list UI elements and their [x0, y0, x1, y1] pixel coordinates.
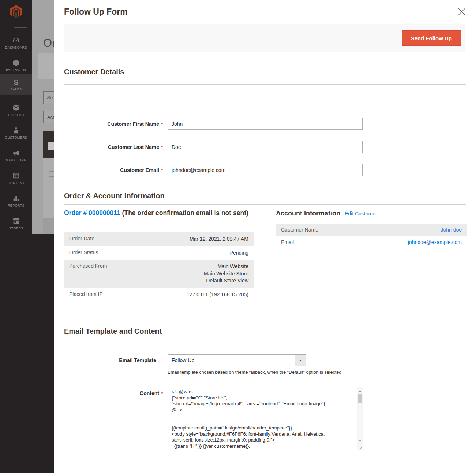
background-grid-rows: [43, 158, 54, 218]
send-follow-up-button[interactable]: Send Follow Up: [402, 30, 461, 46]
required-asterisk: *: [161, 121, 163, 127]
background-select-all-checkbox: [48, 142, 54, 150]
sidebar-item-label: MARKETING: [5, 158, 26, 162]
sidebar-item-stores[interactable]: STORES: [0, 213, 32, 234]
sidebar-item-label: DASHBOARD: [5, 46, 27, 49]
sidebar-item-customers[interactable]: CUSTOMERS: [0, 122, 32, 143]
sidebar-item-label: CONTENT: [8, 181, 25, 185]
sidebar-item-label: CATALOG: [8, 113, 24, 117]
bar-chart-icon: [12, 194, 20, 202]
close-icon[interactable]: [457, 7, 467, 17]
last-name-label: Customer Last Name *: [64, 141, 163, 153]
sidebar-divider: [14, 27, 27, 28]
admin-sidebar: DASHBOARD FOLLOW UP $ SALES CATALOG: [0, 0, 32, 473]
table-row: Order Date Mar 12, 2021, 2:08:47 AM: [64, 232, 254, 246]
sidebar-item-dashboard[interactable]: DASHBOARD: [0, 32, 32, 53]
first-name-label: Customer First Name *: [64, 118, 163, 130]
order-number-link[interactable]: Order # 000000011: [64, 209, 120, 217]
sidebar-item-catalog[interactable]: CATALOG: [0, 100, 32, 121]
table-row: Email johndoe@example.com: [276, 236, 467, 248]
sidebar-item-marketing[interactable]: MARKETING: [0, 145, 32, 166]
dollar-icon: $: [14, 79, 18, 86]
required-asterisk: *: [161, 391, 163, 396]
modal-toolbar: Send Follow Up: [64, 24, 465, 52]
account-information-header: Account Information Edit Customer: [276, 210, 377, 217]
textarea-scrollbar[interactable]: ▲ ▼: [357, 387, 363, 450]
background-orders-page: Orders Search by keyword Actions: [32, 0, 54, 234]
email-template-label: Email Template: [64, 354, 156, 366]
order-account-heading: Order & Account Information: [64, 192, 165, 200]
modal-title: Follow Up Form: [64, 7, 128, 17]
required-asterisk: *: [161, 144, 163, 150]
storefront-icon: [12, 217, 20, 225]
sidebar-item-label: FOLLOW UP: [6, 68, 27, 72]
sidebar-item-follow-up[interactable]: FOLLOW UP: [0, 55, 32, 76]
scrollbar-thumb[interactable]: [358, 394, 362, 403]
background-row-checkbox: [49, 171, 54, 177]
first-name-input[interactable]: [168, 118, 363, 130]
hexagon-icon: [12, 59, 20, 67]
background-search-input: Search by keyword: [43, 91, 54, 104]
person-icon: [12, 126, 20, 134]
table-row: Order Status Pending: [64, 246, 254, 260]
background-grid-footer: [43, 218, 54, 234]
order-number-title: Order # 000000011 (The order confirmatio…: [64, 209, 256, 218]
sidebar-item-label: CUSTOMERS: [5, 136, 27, 139]
account-info-table: Customer Name John doe Email johndoe@exa…: [276, 224, 467, 248]
dashboard-gauge-icon: [12, 36, 20, 44]
table-row: Placed from IP 127.0.0.1 (192.168.15.205…: [64, 288, 254, 302]
caret-down-icon: [299, 360, 302, 361]
table-row: Customer Name John doe: [276, 224, 467, 236]
last-name-input[interactable]: [168, 141, 363, 153]
customer-details-heading: Customer Details: [64, 68, 124, 76]
select-dropdown-button[interactable]: [295, 355, 306, 366]
sidebar-item-label: REPORTS: [8, 204, 25, 207]
scroll-up-icon[interactable]: ▲: [357, 388, 363, 394]
section-divider: [64, 340, 466, 340]
edit-customer-link[interactable]: Edit Customer: [345, 211, 377, 217]
section-divider: [64, 84, 466, 85]
content-textarea[interactable]: [168, 387, 357, 450]
content-label: Content *: [64, 387, 163, 399]
required-asterisk: *: [161, 168, 163, 173]
sidebar-item-label: STORES: [9, 226, 23, 230]
background-overlay-dark: [32, 234, 54, 473]
email-template-heading: Email Template and Content: [64, 327, 162, 335]
customer-email-link[interactable]: johndoe@example.com: [408, 239, 462, 245]
layout-page-icon: [12, 172, 20, 180]
sidebar-item-sales[interactable]: $ SALES: [0, 74, 32, 95]
email-template-note: Email template chosen based on theme fal…: [168, 370, 358, 375]
customer-email-label: Customer Email *: [64, 164, 163, 176]
screen: DASHBOARD FOLLOW UP $ SALES CATALOG: [0, 0, 476, 473]
sidebar-item-label: SALES: [10, 87, 22, 91]
content-field: ▲ ▼: [168, 387, 363, 450]
table-row: Purchased From Main Website Main Website…: [64, 260, 254, 288]
account-information-title: Account Information: [276, 210, 340, 217]
section-divider: [64, 204, 466, 205]
customer-email-input[interactable]: [168, 164, 363, 176]
background-notification-panel: [38, 53, 54, 79]
sidebar-item-content[interactable]: CONTENT: [0, 168, 32, 189]
email-template-selected-value: Follow Up: [168, 355, 295, 366]
order-info-table: Order Date Mar 12, 2021, 2:08:47 AM Orde…: [64, 232, 254, 301]
email-template-select[interactable]: Follow Up: [168, 354, 306, 366]
order-confirmation-note: (The order confirmation email is not sen…: [120, 209, 248, 217]
package-box-icon: [12, 104, 20, 112]
follow-up-modal: Follow Up Form Send Follow Up Customer D…: [54, 0, 476, 473]
background-actions-dropdown: Actions: [43, 111, 54, 123]
sidebar-item-reports[interactable]: REPORTS: [0, 190, 32, 211]
scroll-down-icon[interactable]: ▼: [357, 438, 363, 444]
background-grid-header: [43, 131, 54, 158]
magento-logo-icon[interactable]: [10, 4, 22, 19]
megaphone-icon: [12, 149, 20, 157]
background-page-title: Orders: [43, 37, 54, 50]
customer-name-link[interactable]: John doe: [441, 227, 462, 233]
